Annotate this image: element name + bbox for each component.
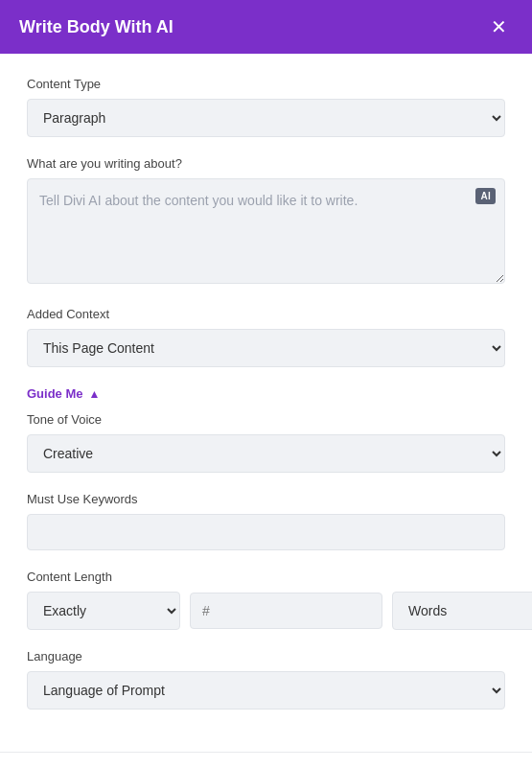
content-length-number-input[interactable] [190,593,382,629]
content-length-group: Content Length Exactly Words [27,570,505,630]
close-button[interactable]: ✕ [485,15,513,38]
content-length-row: Exactly Words [27,592,505,630]
content-type-group: Content Type Paragraph [27,77,505,137]
content-length-unit-select[interactable]: Words [392,592,532,630]
guide-me-arrow: ▲ [89,387,101,401]
tone-of-voice-select[interactable]: Creative [27,434,505,473]
modal-body: Content Type Paragraph What are you writ… [0,54,532,752]
keywords-group: Must Use Keywords [27,492,505,550]
guide-me-link[interactable]: Guide Me [27,386,83,401]
guide-me-row: Guide Me ▲ [27,386,505,401]
content-type-label: Content Type [27,77,505,91]
keywords-label: Must Use Keywords [27,492,505,506]
added-context-select[interactable]: This Page Content [27,329,505,367]
keywords-input[interactable] [27,514,505,550]
content-length-type-select[interactable]: Exactly [27,592,180,630]
language-label: Language [27,649,505,663]
writing-about-label: What are you writing about? [27,156,505,171]
textarea-wrapper: AI [27,178,505,288]
content-type-select[interactable]: Paragraph [27,99,505,137]
modal-title: Write Body With AI [19,17,173,37]
modal-footer: Generate Text [0,752,532,768]
ai-badge: AI [475,188,496,204]
tone-of-voice-group: Tone of Voice Creative [27,412,505,473]
modal-container: Write Body With AI ✕ Content Type Paragr… [0,0,532,768]
added-context-group: Added Context This Page Content [27,307,505,367]
language-group: Language Language of Prompt [27,649,505,710]
content-length-label: Content Length [27,570,505,584]
added-context-label: Added Context [27,307,505,321]
language-select[interactable]: Language of Prompt [27,671,505,710]
writing-about-group: What are you writing about? AI [27,156,505,288]
tone-of-voice-label: Tone of Voice [27,412,505,427]
modal-header: Write Body With AI ✕ [0,0,532,54]
writing-about-textarea[interactable] [27,178,505,284]
